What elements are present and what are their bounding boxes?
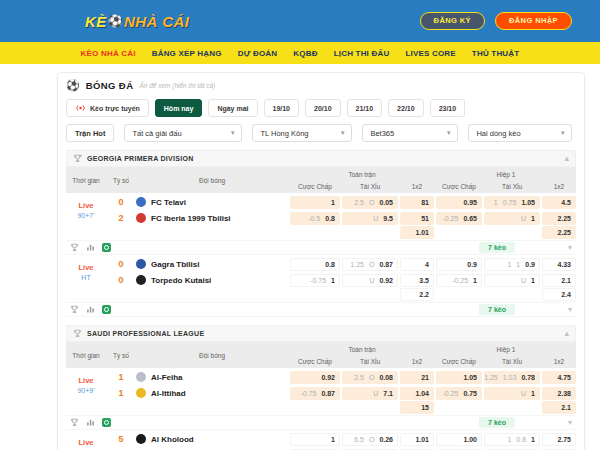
odds-cell-ou-h1[interactable]: 10.751.05 (484, 196, 540, 209)
odds-cell-hdp[interactable]: 0.92 (290, 371, 340, 384)
pitch-icon[interactable] (102, 243, 111, 252)
tab-date-1[interactable]: 19/10 (264, 99, 300, 117)
trophy-icon[interactable] (70, 243, 79, 252)
team-away[interactable]: Al-Ittihad (136, 388, 288, 398)
expand-icon[interactable]: ▾ (568, 305, 572, 314)
odds-cell-ou[interactable]: U0.92 (342, 274, 398, 287)
odds-cell-1x2-draw[interactable]: 2.2 (400, 288, 434, 301)
odds-cell-ou-h1[interactable]: U1 (484, 212, 540, 225)
team-away[interactable]: Torpedo Kutaisi (136, 275, 288, 285)
odds-cell-ou-h1[interactable]: 110.9 (484, 258, 540, 271)
odds-cell-1x2[interactable]: 1.01 (400, 433, 434, 446)
odds-cell-1x2[interactable]: 21 (400, 371, 434, 384)
nav-item-livescore[interactable]: LIVES CORE (405, 49, 455, 58)
league-select[interactable]: Tất cả giải đấu ▾ (124, 124, 242, 142)
tab-date-5[interactable]: 23/10 (430, 99, 466, 117)
nav-item-keo-nha-cai[interactable]: KÈO NHÀ CÁI (81, 49, 136, 58)
odds-cell-hdp-h1[interactable]: -0.250.65 (436, 212, 482, 225)
odds-cell-ou[interactable]: 1.25O0.87 (342, 258, 398, 271)
odds-cell-hdp[interactable]: 1 (290, 196, 340, 209)
team-home[interactable]: FC Telavi (136, 197, 288, 207)
nav-item-kqbd[interactable]: KQBĐ (293, 49, 317, 58)
odds-cell-hdp-h1[interactable]: -0.251 (436, 274, 482, 287)
stats-icon[interactable] (86, 243, 95, 252)
register-button[interactable]: ĐĂNG KÝ (420, 12, 485, 30)
odds-cell-hdp-h1[interactable]: -0.250.75 (436, 387, 482, 400)
odds-cell-hdp-h1[interactable]: 1.00 (436, 433, 482, 446)
odds-cell-ou[interactable]: U9.5 (342, 212, 398, 225)
odds-cell-1x2-h1[interactable]: 2.38 (542, 387, 576, 400)
odds-cell-ou-h1[interactable]: U1 (484, 274, 540, 287)
trophy-icon[interactable] (70, 305, 79, 314)
odds-cell-1x2-h1[interactable]: 4.75 (542, 371, 576, 384)
odds-cell-hdp[interactable]: -0.751 (290, 274, 340, 287)
odds-format-select[interactable]: TL Hồng Kông ▾ (252, 124, 352, 142)
odds-cell-hdp-h1[interactable]: 0.9 (436, 258, 482, 271)
team-home[interactable]: Gagra Tbilisi (136, 259, 288, 269)
live-badge: Live (78, 438, 93, 447)
nav-item-lich-thi-dau[interactable]: LỊCH THI ĐẤU (334, 49, 390, 58)
line-count-select[interactable]: Hai dòng kèo ▾ (468, 124, 572, 142)
team-home[interactable]: Al Kholood (136, 434, 288, 444)
league-header-saudi[interactable]: SAUDI PROFESSIONAL LEAGUE ▴ (66, 325, 576, 342)
odds-cell-1x2-h1[interactable]: 2.75 (542, 433, 576, 446)
col-handicap: Cược Chấp (436, 356, 482, 366)
team-away[interactable]: FC Iberia 1999 Tbilisi (136, 213, 288, 223)
odds-cell-1x2-h1[interactable]: 2.1 (542, 274, 576, 287)
stats-icon[interactable] (86, 305, 95, 314)
odds-cell-ou[interactable]: U7.1 (342, 387, 398, 400)
odds-cell-1x2[interactable]: 1.04 (400, 387, 434, 400)
collapse-icon[interactable]: ▴ (565, 329, 569, 338)
expand-icon[interactable]: ▾ (568, 243, 572, 252)
odds-cell-1x2-h1[interactable]: 4.5 (542, 196, 576, 209)
collapse-icon[interactable]: ▴ (565, 154, 569, 163)
odds-cell-hdp-h1[interactable]: 1.05 (436, 371, 482, 384)
odds-cell-1x2-h1-draw[interactable]: 2.25 (542, 226, 576, 239)
odds-cell-hdp[interactable]: -0.50.8 (290, 212, 340, 225)
odds-cell-ou[interactable]: 6.5O0.26 (342, 433, 398, 446)
odds-cell-hdp[interactable]: -0.750.87 (290, 387, 340, 400)
nav-item-bang-xep-hang[interactable]: BẢNG XẾP HẠNG (152, 49, 222, 58)
more-odds-count[interactable]: 7 kèo (479, 242, 515, 254)
odds-cell-ou-h1[interactable]: U1 (484, 387, 540, 400)
odds-cell-1x2-h1-draw[interactable]: 2.4 (542, 288, 576, 301)
stats-icon[interactable] (86, 418, 95, 427)
odds-cell-1x2[interactable]: 81 (400, 196, 434, 209)
odds-cell-ou[interactable]: 2.5O0.05 (342, 196, 398, 209)
bookmaker-select[interactable]: Bet365 ▾ (362, 124, 458, 142)
tab-date-3[interactable]: 21/10 (347, 99, 383, 117)
tab-date-4[interactable]: 22/10 (388, 99, 424, 117)
odds-cell-ou[interactable]: 2.5O0.08 (342, 371, 398, 384)
odds-cell-ou-h1[interactable]: 1.251.030.78 (484, 371, 540, 384)
odds-cell-1x2-draw[interactable]: 1.01 (400, 226, 434, 239)
odds-cell-ou-h1[interactable]: 10.81 (484, 433, 540, 446)
site-logo[interactable]: KÈ ⚽ NHÀ CÁI (85, 13, 189, 30)
nav-item-du-doan[interactable]: DỰ ĐOÁN (238, 49, 278, 58)
hot-matches-button[interactable]: Trận Hot (66, 124, 114, 142)
tab-tomorrow[interactable]: Ngày mai (208, 99, 257, 117)
tab-today[interactable]: Hôm nay (155, 99, 203, 117)
odds-cell-hdp[interactable]: 1 (290, 433, 340, 446)
trophy-icon[interactable] (70, 418, 79, 427)
nav-item-thu-thuat[interactable]: THỦ THUẬT (472, 49, 520, 58)
league-header-georgia[interactable]: GEORGIA PRIMERA DIVISION ▴ (66, 150, 576, 167)
odds-cell-1x2[interactable]: 3.5 (400, 274, 434, 287)
odds-cell-1x2[interactable]: 51 (400, 212, 434, 225)
pitch-icon[interactable] (102, 305, 111, 314)
expand-icon[interactable]: ▾ (568, 418, 572, 427)
tab-date-2[interactable]: 20/10 (305, 99, 341, 117)
odds-cell-1x2-h1[interactable]: 4.33 (542, 258, 576, 271)
odds-cell-1x2-h1[interactable]: 2.25 (542, 212, 576, 225)
odds-cell-1x2-h1-draw[interactable]: 2.1 (542, 401, 576, 414)
odds-cell-1x2[interactable]: 4 (400, 258, 434, 271)
more-odds-count[interactable]: 7 kèo (479, 304, 515, 316)
team-home[interactable]: Al-Feiha (136, 372, 288, 382)
login-button[interactable]: ĐĂNG NHẬP (495, 12, 572, 30)
odds-cell-hdp-h1[interactable]: 0.95 (436, 196, 482, 209)
pitch-icon[interactable] (102, 418, 111, 427)
odds-cell-1x2-draw[interactable]: 15 (400, 401, 434, 414)
tab-live-odds[interactable]: Kèo trực tuyến (66, 99, 149, 117)
col-over-under: Tài Xỉu (342, 356, 398, 366)
more-odds-count[interactable]: 7 kèo (479, 417, 515, 429)
odds-cell-hdp[interactable]: 0.8 (290, 258, 340, 271)
